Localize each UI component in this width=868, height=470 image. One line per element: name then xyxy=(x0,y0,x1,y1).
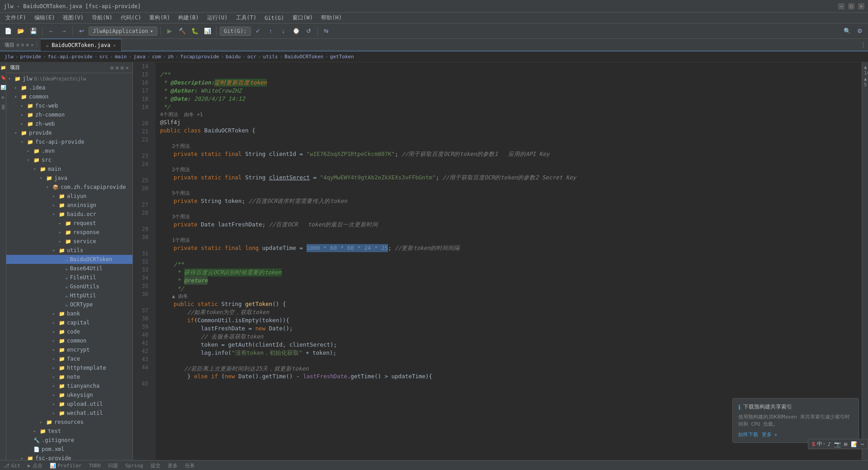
maximize-button[interactable]: □ xyxy=(848,3,854,9)
tree-item-fsc-api-provide[interactable]: ▾ 📁 fsc-api-provide xyxy=(6,137,132,146)
tree-item-gitignore[interactable]: 🔧 .gitignore xyxy=(6,436,132,445)
tree-item-base64util[interactable]: ☕ Base64Util xyxy=(6,264,132,273)
tree-item-request[interactable]: ▸ 📁 request xyxy=(6,219,132,228)
tree-item-gsonutils[interactable]: ☕ GsonUtils xyxy=(6,282,132,291)
tree-item-provide[interactable]: ▾ 📁 provide xyxy=(6,128,132,137)
tree-item-upload-util[interactable]: ▸ 📁 upload.util xyxy=(6,400,132,409)
tree-item-java[interactable]: ▾ 📁 java xyxy=(6,174,132,183)
breadcrumb-baidu-ocr-token[interactable]: BaiduOCRToken xyxy=(284,54,323,60)
panel-settings-icon[interactable]: ⚙ xyxy=(110,65,113,71)
panel-gear-icon[interactable]: ⚙ xyxy=(121,65,124,71)
tree-item-fsc-web[interactable]: ▸ 📁 fsc-web xyxy=(6,101,132,110)
sidebar-services-icon[interactable]: ⚙ xyxy=(0,94,6,100)
tree-item-src[interactable]: ▾ 📁 src xyxy=(6,155,132,164)
tree-item-bank[interactable]: ▸ 📁 bank xyxy=(6,309,132,318)
tree-item-face[interactable]: ▸ 📁 face xyxy=(6,354,132,363)
tree-item-mvn[interactable]: ▸ 📁 .mvn xyxy=(6,146,132,155)
tree-item-anxinsign[interactable]: ▸ 📁 anxinsign xyxy=(6,201,132,210)
tree-item-utils[interactable]: ▾ 📁 utils xyxy=(6,246,132,255)
tree-item-httptemplate[interactable]: ▸ 📁 httptemplate xyxy=(6,363,132,372)
breadcrumb-ocr[interactable]: ocr xyxy=(247,54,256,60)
tree-item-tianyancha[interactable]: ▸ 📁 tianyancha xyxy=(6,381,132,390)
breadcrumb-zh[interactable]: zh xyxy=(168,54,174,60)
breadcrumb-baidu[interactable]: baidu xyxy=(226,54,241,60)
tab-baidu-ocr-token[interactable]: ☕ BaiduOCRToken.java ✕ xyxy=(41,38,122,51)
tree-item-package[interactable]: ▾ 📦 com.zh.fscapiprovide xyxy=(6,183,132,192)
build-button[interactable]: 🔨 xyxy=(177,26,188,37)
tree-item-common-2[interactable]: ▸ 📁 common xyxy=(6,336,132,345)
project-panel-settings-icon[interactable]: ⚙ xyxy=(16,42,19,48)
tasks-tab[interactable]: 任务 xyxy=(185,462,195,469)
menu-git[interactable]: Git(G) xyxy=(261,14,288,22)
menu-file[interactable]: 文件(F) xyxy=(2,13,30,23)
close-button[interactable]: ✕ xyxy=(858,3,864,9)
panel-close-icon[interactable]: ✕ xyxy=(126,65,129,71)
tree-item-fileutil[interactable]: ☕ FileUtil xyxy=(6,273,132,282)
tree-item-capital[interactable]: ▸ 📁 capital xyxy=(6,318,132,327)
tree-item-httputil[interactable]: ☕ HttpUtil xyxy=(6,291,132,300)
settings-button[interactable]: ⚙ xyxy=(854,26,865,37)
tree-item-note[interactable]: ▸ 📁 note xyxy=(6,372,132,381)
open-button[interactable]: 📂 xyxy=(15,26,26,37)
tree-item-main[interactable]: ▾ 📁 main xyxy=(6,164,132,174)
more-button[interactable]: 更多 ▸ xyxy=(762,431,778,438)
run-tab[interactable]: ▶ 点击 xyxy=(28,462,42,469)
new-file-button[interactable]: 📄 xyxy=(3,26,14,37)
tab-close-button[interactable]: ✕ xyxy=(113,43,116,48)
sidebar-bookmark-icon[interactable]: 🔖 xyxy=(0,74,6,80)
download-button[interactable]: 始终下载 xyxy=(738,431,758,438)
menu-edit[interactable]: 编辑(E) xyxy=(31,13,59,23)
tree-item-idea[interactable]: ▸ 📁 .idea xyxy=(6,83,132,92)
breadcrumb-provide[interactable]: provide xyxy=(20,54,41,60)
git-pull-button[interactable]: ↓ xyxy=(278,26,289,37)
tree-item-aliyun[interactable]: ▸ 📁 aliyun xyxy=(6,192,132,201)
project-panel-gear-icon[interactable]: ⚙ xyxy=(26,42,29,48)
spring-tab[interactable]: Spring xyxy=(125,463,143,469)
tree-item-zh-web[interactable]: ▸ 📁 zh-web xyxy=(6,119,132,128)
menu-code[interactable]: 代码(C) xyxy=(117,13,145,23)
tree-item-wechat-util[interactable]: ▸ 📁 wechat.util xyxy=(6,409,132,418)
breadcrumb-utils[interactable]: utils xyxy=(263,54,278,60)
sidebar-project-icon[interactable]: 📁 xyxy=(0,64,6,70)
run-button[interactable]: ▶ xyxy=(164,26,175,37)
debug-button[interactable]: 🐛 xyxy=(189,26,200,37)
breadcrumb-src[interactable]: src xyxy=(99,54,108,60)
breadcrumb-java[interactable]: java xyxy=(133,54,146,60)
breadcrumb-com[interactable]: com xyxy=(152,54,161,60)
editor-settings-icon[interactable]: ⋮ xyxy=(859,42,868,48)
menu-run[interactable]: 运行(U) xyxy=(203,13,231,23)
more-tab[interactable]: 更多 xyxy=(168,462,178,469)
tree-item-response[interactable]: ▸ 📁 response xyxy=(6,228,132,237)
tree-item-service[interactable]: ▸ 📁 service xyxy=(6,237,132,246)
problems-tab[interactable]: 问题 xyxy=(108,462,118,469)
tree-item-baidu-ocr[interactable]: ▾ 📁 baidu.ocr xyxy=(6,210,132,219)
tree-item-pom[interactable]: 📄 pom.xml xyxy=(6,445,132,454)
tree-item-encrypt[interactable]: ▸ 📁 encrypt xyxy=(6,345,132,354)
tree-item-common[interactable]: ▾ 📁 common xyxy=(6,92,132,101)
sidebar-db-icon[interactable]: 🗄 xyxy=(0,104,6,110)
tree-item-fsc-provide[interactable]: ▸ 📁 fsc-provide xyxy=(6,454,132,460)
profile-button[interactable]: 📊 xyxy=(202,26,213,37)
breadcrumb-get-token[interactable]: getToken xyxy=(330,54,354,60)
tree-item-resources[interactable]: ▸ 📁 resources xyxy=(6,418,132,427)
menu-view[interactable]: 视图(V) xyxy=(59,13,87,23)
breadcrumb-fsc-api-provide[interactable]: fsc-api-provide xyxy=(47,54,92,60)
menu-navigate[interactable]: 导航(N) xyxy=(88,13,116,23)
save-button[interactable]: 💾 xyxy=(28,26,39,37)
minimize-button[interactable]: — xyxy=(838,3,844,9)
breadcrumb-jlw[interactable]: jlw xyxy=(5,54,14,60)
git-check-button[interactable]: ✓ xyxy=(253,26,264,37)
git-history-button[interactable]: ⌚ xyxy=(291,26,302,37)
menu-build[interactable]: 构建(B) xyxy=(175,13,203,23)
tree-item-jlw[interactable]: ▾ 📁 jlw D:\IdeaProjects\jlw xyxy=(6,74,132,83)
git-tab[interactable]: ⎇ Git xyxy=(4,463,20,469)
sidebar-structure-icon[interactable]: 📊 xyxy=(0,84,6,90)
menu-help[interactable]: 帮助(H) xyxy=(317,13,345,23)
forward-button[interactable]: → xyxy=(58,26,69,37)
project-panel-sort-icon[interactable]: ≡ xyxy=(21,42,24,48)
git-push-button[interactable]: ↑ xyxy=(265,26,276,37)
todo-tab[interactable]: TODO xyxy=(89,463,101,469)
search-everywhere-button[interactable]: 🔍 xyxy=(842,26,853,37)
tree-item-baidu-ocr-token[interactable]: ☕ BaiduOCRToken xyxy=(6,255,132,264)
breadcrumb-main[interactable]: main xyxy=(115,54,127,60)
